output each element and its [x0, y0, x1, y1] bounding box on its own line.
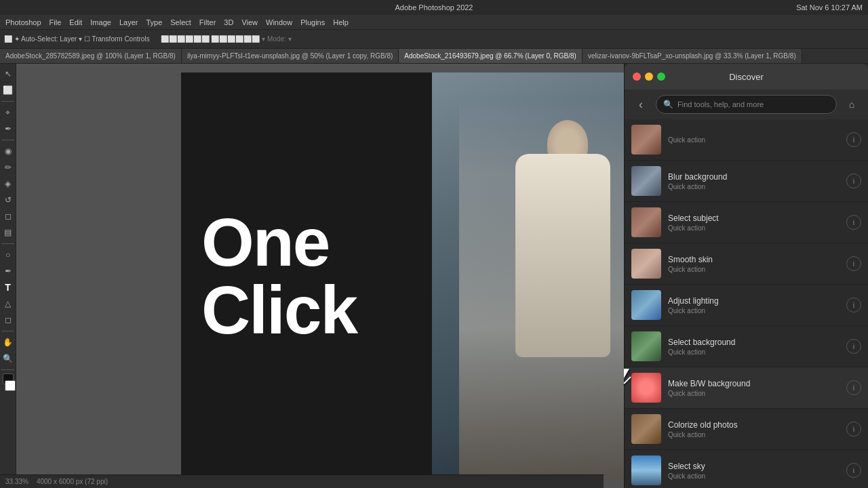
list-item-6[interactable]: Colorize old photos Quick action i — [625, 409, 868, 450]
menu-view[interactable]: View — [241, 18, 258, 26]
workspace: ↖ ⬜ ⌖ ✒ ◉ ✏ ◈ ↺ ◻ ▤ ○ ✒ T △ ◻ ✋ 🔍 — [0, 64, 868, 488]
search-area: ‹ 🔍 Find tools, help, and more ⌂ — [625, 89, 868, 119]
item-info-6: Colorize old photos Quick action — [668, 420, 840, 439]
shape-tool[interactable]: ◻ — [1, 312, 16, 327]
list-item-7[interactable]: Select sky Quick action i — [625, 450, 868, 488]
pen-tool[interactable]: ✒ — [1, 264, 16, 279]
close-button[interactable] — [633, 73, 641, 81]
item-info-btn-1[interactable]: i — [846, 215, 861, 230]
spot-heal-tool[interactable]: ◉ — [1, 144, 16, 159]
discover-panel: Discover ‹ 🔍 Find tools, help, and more … — [624, 64, 868, 488]
text-line-2: Click — [201, 276, 412, 344]
panel-list[interactable]: Quick action i Blur background Quick act… — [625, 119, 868, 488]
item-type-0: Quick action — [668, 183, 840, 190]
search-box[interactable]: 🔍 Find tools, help, and more — [656, 95, 837, 114]
list-item-3[interactable]: Adjust lighting Quick action i — [625, 285, 868, 326]
item-name-3: Adjust lighting — [668, 296, 840, 306]
item-info-btn-partial[interactable]: i — [846, 132, 861, 147]
item-type-partial: Quick action — [668, 136, 840, 144]
home-button[interactable]: ⌂ — [842, 95, 861, 114]
item-thumb-2 — [631, 249, 661, 279]
menu-filter[interactable]: Filter — [199, 18, 216, 26]
background-color[interactable] — [5, 380, 16, 391]
item-info-3: Adjust lighting Quick action — [668, 296, 840, 314]
item-thumb-7 — [631, 455, 661, 485]
list-item-2[interactable]: Smooth skin Quick action i — [625, 243, 868, 285]
panel-titlebar: Discover — [625, 64, 868, 89]
search-icon: 🔍 — [663, 100, 673, 109]
item-type-1: Quick action — [668, 224, 840, 232]
list-item-1[interactable]: Select subject Quick action i — [625, 202, 868, 243]
eraser-tool[interactable]: ◻ — [1, 209, 16, 224]
history-tool[interactable]: ↺ — [1, 192, 16, 207]
menu-layer[interactable]: Layer — [119, 18, 138, 26]
select-tool[interactable]: ⬜ — [1, 83, 16, 98]
stamp-tool[interactable]: ◈ — [1, 176, 16, 191]
menu-3d[interactable]: 3D — [224, 18, 233, 26]
size-info: 4000 x 6000 px (72 ppi) — [37, 478, 108, 485]
tab-3[interactable]: AdobeStock_216493679.jpeg @ 66.7% (Layer… — [399, 49, 583, 63]
list-item-partial[interactable]: Quick action i — [625, 119, 868, 161]
type-tool[interactable]: T — [1, 280, 16, 295]
item-thumb-partial — [631, 125, 661, 155]
item-info-btn-7[interactable]: i — [846, 463, 861, 478]
canvas-text: One Click — [201, 208, 412, 344]
zoom-tool[interactable]: 🔍 — [1, 351, 16, 366]
item-thumb-3 — [631, 290, 661, 320]
eyedropper-tool[interactable]: ✒ — [1, 121, 16, 136]
tab-1[interactable]: AdobeStock_285782589.jpeg @ 100% (Layer … — [0, 49, 182, 63]
menu-file[interactable]: File — [50, 18, 62, 26]
options-bar: ⬜ ✦ Auto-Select: Layer ▾ ☐ Transform Con… — [0, 30, 868, 49]
menu-photoshop[interactable]: Photoshop — [5, 18, 41, 26]
menu-image[interactable]: Image — [90, 18, 111, 26]
item-thumb-4 — [631, 331, 661, 361]
list-item-0[interactable]: Blur background Quick action i — [625, 161, 868, 202]
title-bar: Adobe Photoshop 2022 Sat Nov 6 10:27 AM — [0, 0, 868, 15]
menu-window[interactable]: Window — [266, 18, 292, 26]
item-type-6: Quick action — [668, 431, 840, 439]
dodge-tool[interactable]: ○ — [1, 247, 16, 262]
gradient-tool[interactable]: ▤ — [1, 225, 16, 240]
align-options: ⬜⬜⬜⬜⬜⬜ ⬜⬜⬜⬜⬜⬜ ▾ Mode: ▾ — [161, 35, 292, 43]
minimize-button[interactable] — [645, 73, 653, 81]
item-info-4: Select background Quick action — [668, 338, 840, 356]
tool-options: ⬜ ✦ Auto-Select: Layer ▾ ☐ Transform Con… — [4, 35, 150, 43]
tabs-bar: AdobeStock_285782589.jpeg @ 100% (Layer … — [0, 49, 868, 64]
item-thumb-5 — [631, 373, 661, 403]
back-button[interactable]: ‹ — [631, 95, 650, 114]
menu-help[interactable]: Help — [333, 18, 349, 26]
item-name-4: Select background — [668, 338, 840, 347]
item-name-1: Select subject — [668, 214, 840, 223]
item-info-btn-2[interactable]: i — [846, 256, 861, 271]
item-info-btn-0[interactable]: i — [846, 174, 861, 188]
brush-tool[interactable]: ✏ — [1, 160, 16, 175]
item-info-2: Smooth skin Quick action — [668, 255, 840, 273]
tab-4[interactable]: velizar-ivanov-9bFLTsaP_xo-unsplash.jpg … — [583, 49, 802, 63]
menu-edit[interactable]: Edit — [69, 18, 82, 26]
item-info-partial: Quick action — [668, 136, 840, 144]
app-title: Adobe Photoshop 2022 — [395, 3, 473, 12]
item-name-2: Smooth skin — [668, 255, 840, 264]
item-type-3: Quick action — [668, 307, 840, 314]
maximize-button[interactable] — [657, 73, 665, 81]
hand-tool[interactable]: ✋ — [1, 335, 16, 350]
item-info-btn-6[interactable]: i — [846, 422, 861, 436]
item-type-7: Quick action — [668, 472, 840, 480]
item-info-0: Blur background Quick action — [668, 172, 840, 190]
discover-title: Discover — [729, 72, 764, 82]
menu-type[interactable]: Type — [146, 18, 162, 26]
tab-2[interactable]: ilya-mirnyy-PLFTsI-t1ew-unsplash.jpg @ 5… — [182, 49, 399, 63]
list-item-5[interactable]: Make B/W background Quick action i — [625, 367, 868, 409]
item-type-5: Quick action — [668, 390, 840, 397]
list-item-4[interactable]: Select background Quick action i — [625, 326, 868, 367]
item-type-4: Quick action — [668, 348, 840, 356]
path-tool[interactable]: △ — [1, 296, 16, 311]
item-info-btn-5[interactable]: i — [846, 380, 861, 395]
back-icon: ‹ — [639, 98, 643, 112]
item-info-btn-4[interactable]: i — [846, 339, 861, 354]
crop-tool[interactable]: ⌖ — [1, 105, 16, 120]
item-info-btn-3[interactable]: i — [846, 298, 861, 312]
menu-plugins[interactable]: Plugins — [300, 18, 325, 26]
menu-select[interactable]: Select — [170, 18, 191, 26]
move-tool[interactable]: ↖ — [1, 66, 16, 81]
